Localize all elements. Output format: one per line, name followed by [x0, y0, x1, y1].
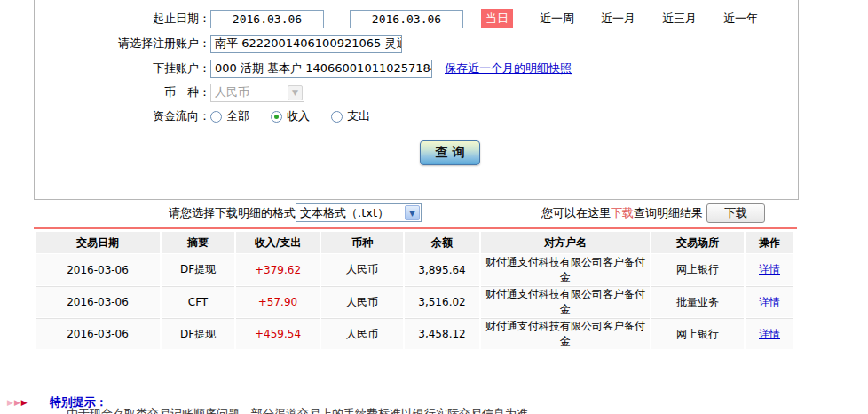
triangle-marker-icon: ▶: [14, 399, 20, 407]
detail-link[interactable]: 详情: [759, 328, 780, 340]
download-format-value: 文本格式（.txt）: [300, 205, 389, 221]
radio-option-income[interactable]: 收入: [271, 108, 310, 124]
cell-counterparty: 财付通支付科技有限公司客户备付金: [481, 318, 650, 349]
sub-account-select[interactable]: 000 活期 基本户 1406600101102571848 ▼: [210, 60, 432, 78]
registered-account-label: 请选择注册账户：: [43, 36, 210, 52]
detail-link[interactable]: 详情: [759, 296, 780, 308]
currency-label: 币 种：: [43, 84, 210, 100]
table-header-row: 交易日期 摘要 收入/支出 币种 余额 对方户名 交易场所 操作: [36, 232, 793, 253]
cell-channel: 批量业务: [651, 286, 744, 317]
sub-account-row: 下挂账户： 000 活期 基本户 1406600101102571848 ▼ 保…: [43, 59, 572, 78]
cell-channel: 网上银行: [651, 318, 744, 349]
radio-label: 全部: [226, 108, 249, 124]
currency-select: 人民币 ▼: [210, 84, 304, 102]
cell-balance: 3,516.02: [405, 286, 479, 317]
query-form-panel: 起止日期： — 当日 近一周 近一月 近三月 近一年 请选择注册账户： 南平 6…: [34, 0, 799, 200]
download-row: 请您选择下载明细的格式 文本格式（.txt） ▼ 您可以在这里下载查询明细结果 …: [0, 203, 868, 224]
cell-amount: +57.90: [236, 286, 320, 317]
download-hint-suffix: 查询明细结果: [634, 205, 703, 221]
cell-currency: 人民币: [321, 318, 403, 349]
cell-summary: CFT: [162, 286, 234, 317]
col-header-amount: 收入/支出: [236, 232, 320, 253]
radio-button-icon[interactable]: [331, 111, 343, 123]
download-hint-prefix: 您可以在这里: [541, 205, 611, 221]
range-year-button[interactable]: 近一年: [723, 11, 758, 27]
red-divider: [34, 227, 797, 229]
cell-channel: 网上银行: [651, 254, 744, 285]
col-header-channel: 交易场所: [651, 232, 744, 253]
fund-flow-label: 资金流向：: [43, 108, 210, 124]
cell-amount: +379.62: [236, 254, 320, 285]
cell-counterparty: 财付通支付科技有限公司客户备付金: [481, 254, 650, 285]
notice-text-clipped: 由于现金存取类交易记账顺序问题，部分渠道交易上的手续费标准以银行实际交易信息为准: [67, 406, 528, 414]
radio-button-icon[interactable]: [210, 111, 222, 123]
sub-account-label: 下挂账户：: [43, 60, 210, 76]
triangle-marker-icon: ▶: [7, 399, 13, 407]
fund-flow-row: 资金流向： 全部 收入 支出: [43, 107, 391, 126]
transaction-table: 交易日期 摘要 收入/支出 币种 余额 对方户名 交易场所 操作 2016-03…: [34, 231, 795, 350]
download-format-select[interactable]: 文本格式（.txt） ▼: [296, 203, 422, 222]
radio-option-all[interactable]: 全部: [210, 108, 249, 124]
transaction-query-page: 起止日期： — 当日 近一周 近一月 近三月 近一年 请选择注册账户： 南平 6…: [0, 0, 868, 414]
radio-option-expense[interactable]: 支出: [331, 108, 370, 124]
col-header-date: 交易日期: [36, 232, 160, 253]
date-range-row: 起止日期： — 当日 近一周 近一月 近三月 近一年: [43, 9, 758, 28]
range-week-button[interactable]: 近一周: [540, 11, 574, 27]
col-header-action: 操作: [746, 232, 793, 253]
cell-date: 2016-03-06: [36, 254, 160, 285]
start-date-input[interactable]: [210, 10, 324, 28]
range-quarter-button[interactable]: 近三月: [662, 11, 697, 27]
cell-counterparty: 财付通支付科技有限公司客户备付金: [481, 286, 650, 317]
table-row: 2016-03-06 DF提现 +379.62 人民币 3,895.64 财付通…: [36, 254, 793, 285]
range-month-button[interactable]: 近一月: [601, 11, 635, 27]
chevron-down-icon: ▼: [405, 205, 420, 220]
cell-summary: DF提现: [162, 254, 234, 285]
cell-balance: 3,458.12: [405, 318, 479, 349]
download-format-group: 请您选择下载明细的格式 文本格式（.txt） ▼: [169, 203, 422, 222]
date-separator: —: [331, 12, 343, 26]
currency-row: 币 种： 人民币 ▼: [43, 83, 304, 102]
col-header-currency: 币种: [321, 232, 403, 253]
radio-label: 支出: [347, 108, 370, 124]
cell-currency: 人民币: [321, 286, 403, 317]
currency-value: 人民币: [215, 84, 249, 100]
cell-currency: 人民币: [321, 254, 403, 285]
registered-account-value: 南平 6222001406100921065 灵通卡: [215, 36, 402, 52]
registered-account-row: 请选择注册账户： 南平 6222001406100921065 灵通卡 ▼: [43, 34, 402, 53]
cell-amount: +459.54: [236, 318, 320, 349]
end-date-input[interactable]: [350, 10, 463, 28]
save-snapshot-link[interactable]: 保存近一个月的明细快照: [445, 60, 572, 76]
range-today-button[interactable]: 当日: [481, 9, 513, 28]
chevron-down-icon: ▼: [288, 85, 303, 100]
fund-flow-radio-group: 全部 收入 支出: [210, 108, 391, 124]
sub-account-value: 000 活期 基本户 1406600101102571848: [215, 60, 432, 76]
col-header-summary: 摘要: [162, 232, 234, 253]
triangle-marker-icon: ▶: [21, 399, 28, 407]
download-format-label: 请您选择下载明细的格式: [169, 205, 296, 221]
cell-date: 2016-03-06: [36, 286, 160, 317]
col-header-balance: 余额: [405, 232, 479, 253]
table-row: 2016-03-06 CFT +57.90 人民币 3,516.02 财付通支付…: [36, 286, 793, 317]
date-range-label: 起止日期：: [43, 11, 210, 27]
registered-account-select[interactable]: 南平 6222001406100921065 灵通卡 ▼: [210, 35, 402, 53]
col-header-counterparty: 对方户名: [481, 232, 650, 253]
radio-button-icon[interactable]: [271, 111, 282, 123]
table-row: 2016-03-06 DF提现 +459.54 人民币 3,458.12 财付通…: [36, 318, 793, 349]
cell-date: 2016-03-06: [36, 318, 160, 349]
download-button[interactable]: 下载: [706, 203, 765, 223]
radio-label: 收入: [287, 108, 310, 124]
query-button[interactable]: 查 询: [420, 140, 480, 165]
download-hint-group: 您可以在这里下载查询明细结果 下载: [541, 203, 765, 223]
cell-balance: 3,895.64: [405, 254, 479, 285]
cell-summary: DF提现: [162, 318, 234, 349]
detail-link[interactable]: 详情: [759, 263, 780, 275]
download-hint-link[interactable]: 下载: [611, 205, 634, 221]
